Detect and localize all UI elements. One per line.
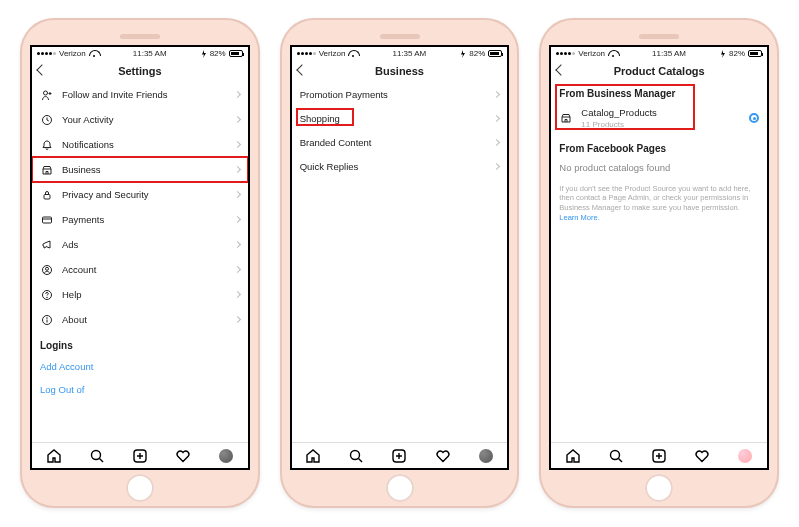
clock-icon <box>40 114 54 126</box>
back-button[interactable] <box>557 64 569 76</box>
label: Shopping <box>300 113 495 124</box>
label: Branded Content <box>300 137 495 148</box>
shop-icon <box>40 164 54 176</box>
tab-bar <box>32 442 248 468</box>
info-icon <box>40 314 54 326</box>
row-branded-content[interactable]: Branded Content <box>292 130 508 154</box>
home-button[interactable] <box>386 474 414 502</box>
logout-link[interactable]: Log Out of <box>32 378 248 401</box>
clock: 11:35 AM <box>133 49 167 58</box>
bell-icon <box>40 139 54 151</box>
status-bar: Verizon 11:35 AM 82% <box>32 47 248 60</box>
radio-selected[interactable] <box>749 113 759 123</box>
carrier: Verizon <box>578 49 605 58</box>
lock-icon <box>40 189 54 201</box>
user-icon <box>40 264 54 276</box>
row-payments[interactable]: Payments <box>32 207 248 232</box>
status-bar: Verizon 11:35 AM 82% <box>551 47 767 60</box>
label: No product catalogs found <box>559 162 759 173</box>
row-help[interactable]: Help <box>32 282 248 307</box>
help-icon <box>40 289 54 301</box>
row-activity[interactable]: Your Activity <box>32 107 248 132</box>
section-facebook-pages: From Facebook Pages <box>551 133 767 158</box>
back-button[interactable] <box>298 64 310 76</box>
hint-text: If you don't see the Product Source you … <box>551 180 767 227</box>
tab-activity[interactable] <box>694 448 710 464</box>
row-promotion-payments[interactable]: Promotion Payments <box>292 82 508 106</box>
chevron-right-icon <box>234 241 241 248</box>
tab-home[interactable] <box>46 448 62 464</box>
label: Business <box>62 164 235 175</box>
tab-profile[interactable] <box>737 448 753 464</box>
megaphone-icon <box>40 239 54 251</box>
wifi-icon <box>608 50 618 57</box>
svg-point-12 <box>351 450 360 459</box>
svg-point-7 <box>47 297 48 298</box>
row-quick-replies[interactable]: Quick Replies <box>292 154 508 178</box>
chevron-right-icon <box>234 316 241 323</box>
home-button[interactable] <box>645 474 673 502</box>
add-account-link[interactable]: Add Account <box>32 355 248 378</box>
phone-3: Verizon 11:35 AM 82% Product Catalogs Fr… <box>539 18 779 508</box>
tab-profile[interactable] <box>218 448 234 464</box>
tab-search[interactable] <box>348 448 364 464</box>
shop-icon <box>559 112 573 124</box>
tab-activity[interactable] <box>175 448 191 464</box>
tab-activity[interactable] <box>435 448 451 464</box>
learn-more-link[interactable]: Learn More. <box>559 213 599 222</box>
charging-icon <box>201 50 207 58</box>
label: Quick Replies <box>300 161 495 172</box>
home-button[interactable] <box>126 474 154 502</box>
wifi-icon <box>348 50 358 57</box>
row-about[interactable]: About <box>32 307 248 332</box>
empty-message: No product catalogs found <box>551 158 767 180</box>
header: Settings <box>32 60 248 82</box>
tab-home[interactable] <box>565 448 581 464</box>
row-account[interactable]: Account <box>32 257 248 282</box>
label: Notifications <box>62 139 235 150</box>
label: Payments <box>62 214 235 225</box>
chevron-right-icon <box>234 266 241 273</box>
person-plus-icon <box>40 89 54 101</box>
settings-list: Follow and Invite Friends Your Activity … <box>32 82 248 442</box>
chevron-right-icon <box>234 191 241 198</box>
tab-create[interactable] <box>132 448 148 464</box>
chevron-right-icon <box>234 166 241 173</box>
tab-search[interactable] <box>89 448 105 464</box>
header: Business <box>292 60 508 82</box>
svg-point-5 <box>46 267 49 270</box>
card-icon <box>40 214 54 226</box>
logins-header: Logins <box>32 332 248 355</box>
tab-bar <box>551 442 767 468</box>
battery-icon <box>229 50 243 57</box>
row-privacy[interactable]: Privacy and Security <box>32 182 248 207</box>
label: Follow and Invite Friends <box>62 89 235 100</box>
catalogs-body: From Business Manager Catalog_Products 1… <box>551 82 767 442</box>
tab-profile[interactable] <box>478 448 494 464</box>
tab-home[interactable] <box>305 448 321 464</box>
row-ads[interactable]: Ads <box>32 232 248 257</box>
row-shopping[interactable]: Shopping <box>292 106 508 130</box>
header: Product Catalogs <box>551 60 767 82</box>
svg-point-9 <box>47 317 48 318</box>
avatar-icon <box>738 449 752 463</box>
battery-pct: 82% <box>729 49 745 58</box>
row-business[interactable]: Business <box>32 157 248 182</box>
battery-pct: 82% <box>210 49 226 58</box>
catalog-label: Catalog_Products 11 Products <box>581 107 749 129</box>
tab-create[interactable] <box>651 448 667 464</box>
tab-create[interactable] <box>391 448 407 464</box>
row-notifications[interactable]: Notifications <box>32 132 248 157</box>
chevron-right-icon <box>493 138 500 145</box>
chevron-right-icon <box>234 141 241 148</box>
page-title: Product Catalogs <box>614 65 705 77</box>
row-follow-invite[interactable]: Follow and Invite Friends <box>32 82 248 107</box>
carrier: Verizon <box>59 49 86 58</box>
back-button[interactable] <box>38 64 50 76</box>
row-catalog-products[interactable]: Catalog_Products 11 Products <box>551 103 767 133</box>
svg-point-10 <box>91 450 100 459</box>
signal-icon <box>37 52 56 55</box>
label: Ads <box>62 239 235 250</box>
tab-search[interactable] <box>608 448 624 464</box>
chevron-right-icon <box>493 114 500 121</box>
